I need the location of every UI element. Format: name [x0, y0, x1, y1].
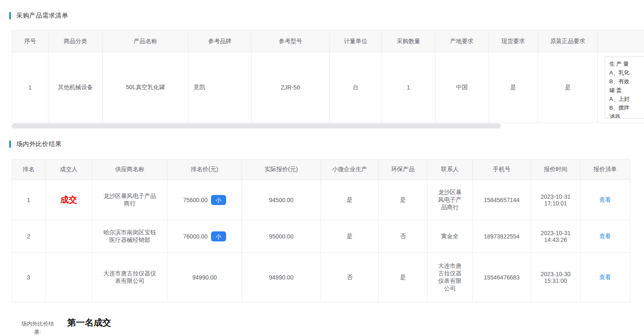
deal-badge: 成交: [61, 195, 77, 204]
cell-unit: 台: [330, 52, 382, 123]
result-value: 第一名成交: [67, 317, 111, 328]
section-accent-bar: [9, 12, 11, 19]
quote-clock: 17:10:01: [531, 200, 580, 207]
cell-quote-time: 2023-10-31 14:43:26: [531, 220, 580, 253]
small-enterprise-badge: 小: [211, 231, 226, 241]
cell-contact: 龙沙区暴风电子产品商行: [428, 180, 473, 220]
comparison-row-2: 2 哈尔滨市南岗区宝钰医疗器械经销部 76000.00小 95000.00 是 …: [12, 220, 630, 253]
requirement-line: B、有效: [609, 77, 644, 86]
comparison-row-1: 1 成交 龙沙区暴风电子产品商行 75600.00小 94500.00 是 是 …: [12, 180, 630, 220]
cell-other-requirements: 生 产 量 A、乳化 B、有效 罐 盖 A、上封 B、搅拌 滤器: [598, 52, 644, 123]
cell-deal-status: [46, 253, 92, 303]
col-small-micro: 小微企业生产: [321, 159, 379, 180]
view-quote-link[interactable]: 查看: [599, 233, 611, 239]
section-title-procurement: 采购产品需求清单: [16, 12, 68, 20]
quote-clock: 14:43:26: [531, 236, 580, 243]
col-quote-list: 报价清单: [580, 159, 630, 180]
view-quote-link[interactable]: 查看: [599, 196, 611, 203]
requirement-line: A、上封: [609, 95, 644, 103]
col-rank-price: 排名价(元): [168, 159, 242, 180]
cell-rank: 2: [12, 220, 46, 253]
quote-date: 2023-10-31: [531, 193, 580, 200]
section-procurement-list: 采购产品需求清单: [9, 12, 644, 20]
cell-supplier: 大连市唐古拉仪器仪表有限公司: [92, 253, 168, 303]
col-eco-product: 环保产品: [379, 159, 428, 180]
cell-contact: 大连市唐古拉仪器仪表有限公司: [428, 253, 473, 303]
procurement-header-row: 序号 商品分类 产品名称 参考品牌 参考型号 计量单位 采购数量 产地要求 现货…: [12, 31, 644, 52]
col-unit: 计量单位: [330, 31, 382, 52]
requirement-line: A、乳化: [609, 68, 644, 77]
requirement-line: 罐 盖: [609, 86, 644, 95]
col-contact: 联系人: [428, 159, 473, 180]
comparison-table-viewport: 排名 成交人 供应商名称 排名价(元) 实际报价(元) 小微企业生产 环保产品 …: [12, 159, 644, 303]
col-seq: 序号: [12, 31, 48, 52]
cell-actual-price: 94990.00: [242, 253, 321, 303]
quote-clock: 15:31:00: [531, 277, 580, 284]
cell-brand: 意凯: [188, 52, 252, 123]
cell-original-genuine: 是: [538, 52, 598, 123]
col-deal-winner: 成交人: [46, 159, 92, 180]
col-quantity: 采购数量: [382, 31, 435, 52]
cell-small-micro: 是: [321, 220, 379, 253]
view-quote-link[interactable]: 查看: [599, 274, 611, 280]
cell-rank-price: 76000.00小: [168, 220, 242, 253]
comparison-table: 排名 成交人 供应商名称 排名价(元) 实际报价(元) 小微企业生产 环保产品 …: [12, 159, 630, 303]
cell-eco-product: 是: [379, 253, 428, 303]
col-actual-price: 实际报价(元): [242, 159, 321, 180]
cell-rank: 1: [12, 180, 46, 220]
procurement-table: 序号 商品分类 产品名称 参考品牌 参考型号 计量单位 采购数量 产地要求 现货…: [12, 30, 644, 123]
small-enterprise-badge: 小: [211, 195, 226, 205]
col-rank: 排名: [12, 159, 46, 180]
section-price-comparison: 场内外比价结果: [9, 140, 644, 148]
section-accent-bar: [9, 141, 11, 148]
cell-deal-status: 成交: [46, 180, 92, 220]
cell-quote-list: 查看: [580, 253, 630, 303]
cell-actual-price: 94500.00: [242, 180, 321, 220]
col-origin: 产地要求: [435, 31, 489, 52]
requirement-line: 滤器: [609, 112, 644, 118]
cell-small-micro: 是: [321, 180, 379, 220]
cell-origin: 中国: [435, 52, 489, 123]
col-in-stock: 现货要求: [489, 31, 538, 52]
cell-phone: 15546476683: [473, 253, 531, 303]
cell-phone: 18973822554: [473, 220, 531, 253]
procurement-table-viewport: 序号 商品分类 产品名称 参考品牌 参考型号 计量单位 采购数量 产地要求 现货…: [12, 30, 644, 123]
rank-price-value: 94990.00: [192, 274, 216, 281]
cell-deal-status: [46, 220, 92, 253]
rank-price-value: 75600.00: [183, 197, 207, 203]
comparison-result-summary: 场内外比价结果: 第一名成交: [20, 317, 644, 336]
cell-quote-list: 查看: [580, 220, 630, 253]
requirements-textbox[interactable]: 生 产 量 A、乳化 B、有效 罐 盖 A、上封 B、搅拌 滤器: [605, 56, 644, 118]
col-quote-time: 报价时间: [531, 159, 580, 180]
cell-model: ZJR-50: [252, 52, 330, 123]
result-label: 场内外比价结果:: [20, 320, 56, 336]
cell-quote-time: 2023-10-30 15:31:00: [531, 253, 580, 303]
col-brand: 参考品牌: [188, 31, 252, 52]
quote-date: 2023-10-31: [531, 230, 580, 236]
quote-date: 2023-10-30: [531, 271, 580, 277]
col-phone: 手机号: [473, 159, 531, 180]
cell-contact: 黄金全: [428, 220, 473, 253]
cell-rank-price: 94990.00: [168, 253, 242, 303]
col-product-name: 产品名称: [103, 31, 188, 52]
cell-quote-list: 查看: [580, 180, 630, 220]
cell-supplier: 哈尔滨市南岗区宝钰医疗器械经销部: [92, 220, 168, 253]
cell-category: 其他机械设备: [48, 52, 103, 123]
rank-price-value: 76000.00: [183, 233, 207, 240]
col-other: [598, 31, 644, 52]
cell-quantity: 1: [382, 52, 435, 123]
cell-product-name: 50L真空乳化罐: [103, 52, 188, 123]
comparison-header-row: 排名 成交人 供应商名称 排名价(元) 实际报价(元) 小微企业生产 环保产品 …: [12, 159, 630, 180]
cell-rank-price: 75600.00小: [168, 180, 242, 220]
cell-small-micro: 否: [321, 253, 379, 303]
comparison-row-3: 3 大连市唐古拉仪器仪表有限公司 94990.00 94990.00 否 是 大…: [12, 253, 630, 303]
cell-rank: 3: [12, 253, 46, 303]
col-category: 商品分类: [48, 31, 103, 52]
cell-phone: 15845657144: [473, 180, 531, 220]
horizontal-scrollbar-thumb[interactable]: [12, 123, 501, 128]
horizontal-scrollbar-track[interactable]: [12, 123, 629, 128]
cell-eco-product: 否: [379, 220, 428, 253]
requirement-line: 生 产 量: [609, 59, 644, 68]
col-supplier: 供应商名称: [92, 159, 168, 180]
col-model: 参考型号: [252, 31, 330, 52]
